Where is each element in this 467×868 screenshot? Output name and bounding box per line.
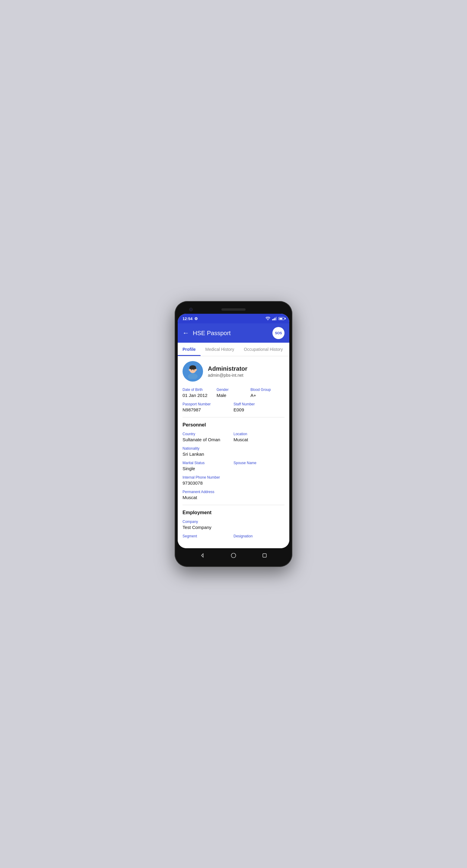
nationality-label: Nationality: [182, 446, 285, 451]
location-value: Muscat: [233, 437, 285, 442]
gender-value: Male: [216, 393, 251, 398]
cell-passport: Passport Number N987987: [182, 402, 233, 412]
cell-address: Permanent Address Muscat: [182, 490, 285, 500]
tab-profile[interactable]: Profile: [178, 343, 201, 356]
info-row-country-location: Country Sultanate of Oman Location Musca…: [182, 432, 285, 442]
wifi-icon: [265, 317, 270, 320]
status-bar: 12:54 ⚙: [178, 314, 289, 323]
dob-label: Date of Birth: [182, 388, 216, 392]
blood-group-label: Blood Group: [251, 388, 285, 392]
svg-marker-9: [201, 554, 203, 557]
company-value: Test Company: [182, 525, 285, 530]
phone-bottom-nav: [178, 548, 289, 563]
cell-nationality: Nationality Sri Lankan: [182, 446, 285, 457]
marital-value: Single: [182, 466, 233, 471]
staff-value: E009: [233, 407, 285, 412]
info-row-company: Company Test Company: [182, 520, 285, 530]
info-row-nationality: Nationality Sri Lankan: [182, 446, 285, 457]
cell-spouse: Spouse Name: [233, 461, 285, 471]
svg-point-6: [196, 369, 197, 371]
gender-label: Gender: [216, 388, 251, 392]
cell-country: Country Sultanate of Oman: [182, 432, 233, 442]
nav-home-button[interactable]: [229, 551, 238, 560]
profile-info: Administrator admin@pbs-int.net: [208, 365, 247, 378]
cell-designation: Designation: [233, 534, 285, 539]
tabs-bar: Profile Medical History Occupational His…: [178, 343, 289, 356]
svg-point-8: [194, 370, 195, 370]
designation-label: Designation: [233, 534, 285, 538]
info-row-passport-staff: Passport Number N987987 Staff Number E00…: [182, 402, 285, 412]
cell-location: Location Muscat: [233, 432, 285, 442]
app-header: ← HSE Passport SOS: [178, 323, 289, 343]
tab-occupational-history[interactable]: Occupational History: [239, 343, 288, 356]
cell-company: Company Test Company: [182, 520, 285, 530]
country-value: Sultanate of Oman: [182, 437, 233, 442]
info-row-segment-designation: Segment Designation: [182, 534, 285, 539]
marital-label: Marital Status: [182, 461, 233, 465]
passport-label: Passport Number: [182, 402, 233, 406]
info-row-address: Permanent Address Muscat: [182, 490, 285, 500]
staff-label: Staff Number: [233, 402, 285, 406]
sos-button[interactable]: SOS: [272, 327, 285, 339]
phone-camera: [189, 308, 193, 311]
svg-point-7: [191, 370, 192, 370]
info-row-dob-gender-blood: Date of Birth 01 Jan 2012 Gender Male Bl…: [182, 388, 285, 398]
profile-email: admin@pbs-int.net: [208, 373, 247, 378]
svg-rect-11: [263, 554, 266, 557]
profile-content: Administrator admin@pbs-int.net Date of …: [178, 356, 289, 548]
info-row-phone: Internal Phone Number 97303078: [182, 475, 285, 486]
phone-speaker: [222, 308, 245, 311]
svg-point-10: [231, 553, 236, 558]
tab-medical-history[interactable]: Medical History: [201, 343, 239, 356]
cell-blood-group: Blood Group A+: [251, 388, 285, 398]
spouse-label: Spouse Name: [233, 461, 285, 465]
svg-rect-4: [189, 367, 196, 369]
employment-section-title: Employment: [182, 510, 285, 516]
svg-point-1: [188, 373, 198, 379]
divider-2: [182, 505, 285, 505]
location-label: Location: [233, 432, 285, 436]
phone-label: Internal Phone Number: [182, 475, 285, 479]
info-row-marital-spouse: Marital Status Single Spouse Name: [182, 461, 285, 471]
cell-staff: Staff Number E009: [233, 402, 285, 412]
nav-recents-button[interactable]: [260, 551, 269, 560]
personnel-section-title: Personnel: [182, 422, 285, 428]
dob-value: 01 Jan 2012: [182, 393, 216, 398]
address-value: Muscat: [182, 495, 285, 500]
avatar: [182, 361, 203, 381]
country-label: Country: [182, 432, 233, 436]
cell-segment: Segment: [182, 534, 233, 539]
blood-group-value: A+: [251, 393, 285, 398]
nav-back-button[interactable]: [198, 551, 207, 560]
app-title: HSE Passport: [193, 330, 269, 337]
passport-value: N987987: [182, 407, 233, 412]
tab-family[interactable]: Famil...: [288, 343, 289, 356]
nationality-value: Sri Lankan: [182, 452, 285, 457]
svg-point-0: [268, 320, 268, 320]
cell-dob: Date of Birth 01 Jan 2012: [182, 388, 216, 398]
profile-header: Administrator admin@pbs-int.net: [182, 361, 285, 381]
svg-point-5: [189, 369, 191, 371]
status-time: 12:54: [182, 316, 193, 321]
profile-name: Administrator: [208, 365, 247, 372]
address-label: Permanent Address: [182, 490, 285, 494]
phone-value: 97303078: [182, 480, 285, 486]
back-button[interactable]: ←: [182, 329, 189, 337]
cell-marital: Marital Status Single: [182, 461, 233, 471]
divider-1: [182, 417, 285, 417]
gear-icon: ⚙: [194, 316, 198, 321]
cell-phone: Internal Phone Number 97303078: [182, 475, 285, 486]
cell-gender: Gender Male: [216, 388, 251, 398]
company-label: Company: [182, 520, 285, 524]
signal-icon: [272, 317, 276, 320]
segment-label: Segment: [182, 534, 233, 538]
battery-icon: [279, 317, 285, 320]
